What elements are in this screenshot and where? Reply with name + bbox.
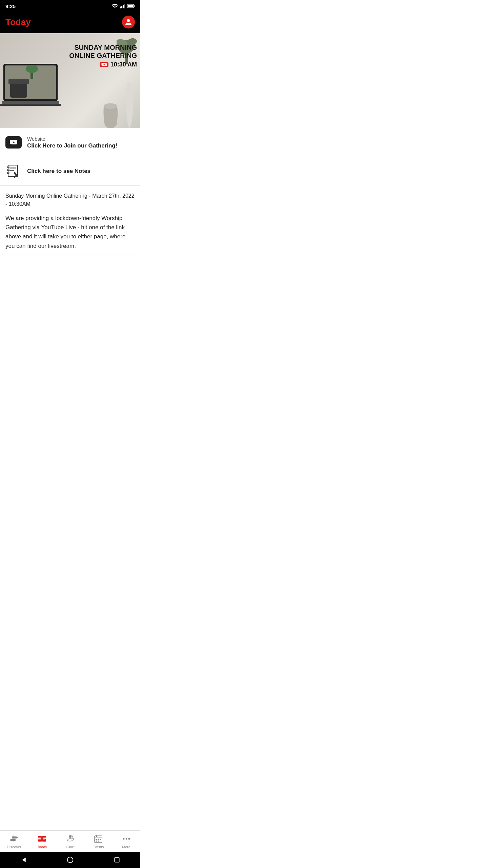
description-title: Sunday Morning Online Gathering - March …	[5, 192, 135, 208]
svg-rect-15	[0, 104, 61, 106]
hero-line1: SUNDAY MORNING	[69, 43, 137, 52]
battery-icon	[127, 4, 135, 8]
youtube-icon-box	[5, 136, 22, 149]
status-time: 9:25	[5, 3, 16, 9]
website-label: Website	[27, 136, 117, 142]
svg-rect-29	[7, 169, 9, 171]
profile-avatar[interactable]	[122, 16, 135, 28]
status-bar: 9:25	[0, 0, 140, 12]
svg-point-21	[104, 103, 117, 109]
svg-point-22	[126, 81, 133, 82]
hero-line2: ONLINE GATHERING	[69, 52, 137, 60]
svg-rect-6	[128, 5, 133, 7]
svg-rect-3	[124, 4, 125, 8]
page-title: Today	[5, 17, 31, 27]
svg-rect-2	[123, 5, 124, 8]
website-text: Website Click Here to Join our Gathering…	[27, 136, 117, 149]
ceramic-pot	[101, 103, 120, 128]
svg-rect-5	[134, 5, 135, 7]
wifi-icon	[112, 4, 118, 8]
youtube-icon-container	[5, 134, 22, 151]
person-icon	[125, 18, 132, 26]
youtube-icon-small	[101, 63, 107, 66]
description-block: Sunday Morning Online Gathering - March …	[0, 186, 140, 255]
notes-icon-container	[5, 163, 22, 179]
svg-point-13	[26, 65, 38, 73]
notes-icon	[6, 164, 21, 179]
content-area: Website Click Here to Join our Gathering…	[0, 128, 140, 296]
svg-rect-28	[7, 166, 9, 167]
app-header: Today	[0, 12, 140, 33]
svg-rect-0	[120, 7, 121, 8]
signal-icon	[120, 4, 125, 8]
tall-vase	[123, 81, 136, 128]
notes-text: Click here to see Notes	[27, 168, 90, 175]
youtube-badge-small	[100, 62, 108, 67]
description-body: We are providing a lockdown-friendly Wor…	[5, 214, 135, 251]
website-link-item[interactable]: Website Click Here to Join our Gathering…	[0, 128, 140, 157]
hero-banner: SUNDAY MORNING ONLINE GATHERING 10:30 AM	[0, 33, 140, 128]
hero-time: 10:30 AM	[110, 61, 137, 68]
notes-link-item[interactable]: Click here to see Notes	[0, 157, 140, 186]
hero-yt-row: 10:30 AM	[69, 61, 137, 68]
svg-rect-11	[8, 79, 29, 84]
svg-rect-14	[2, 101, 59, 104]
svg-rect-1	[121, 6, 122, 8]
notes-value: Click here to see Notes	[27, 168, 90, 175]
status-icons	[112, 4, 135, 8]
youtube-icon	[10, 140, 17, 145]
hero-text: SUNDAY MORNING ONLINE GATHERING 10:30 AM	[69, 43, 137, 68]
website-value: Click Here to Join our Gathering!	[27, 142, 117, 149]
svg-rect-30	[7, 172, 9, 174]
laptop-illustration	[0, 60, 71, 128]
